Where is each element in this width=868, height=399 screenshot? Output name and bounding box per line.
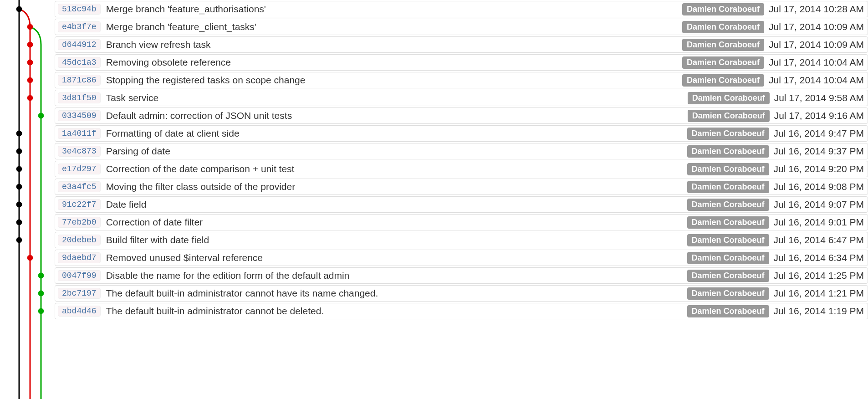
commit-sha[interactable]: 45dc1a3 (58, 57, 101, 68)
commit-date: Jul 16, 2014 9:07 PM (774, 199, 864, 210)
commit-row[interactable]: 9daebd7Removed unused $interval referenc… (55, 250, 868, 266)
commit-author-badge: Damien Coraboeuf (687, 199, 769, 211)
commit-row[interactable]: 0047f99Disable the name for the edition … (55, 267, 868, 284)
commit-row[interactable]: 45dc1a3Removing obsolete referenceDamien… (55, 54, 868, 71)
svg-point-1 (16, 6, 22, 12)
commit-message: Removing obsolete reference (106, 57, 682, 68)
commit-row[interactable]: 3e4c873Parsing of dateDamien CoraboeufJu… (55, 143, 868, 159)
commit-row[interactable]: 518c94bMerge branch 'feature_authorisati… (55, 1, 868, 17)
commit-row[interactable]: 91c22f7Date fieldDamien CoraboeufJul 16,… (55, 196, 868, 213)
commit-author-badge: Damien Coraboeuf (687, 181, 769, 193)
commit-message: Removed unused $interval reference (106, 252, 687, 263)
svg-point-18 (38, 308, 44, 314)
commit-message: Date field (106, 199, 687, 210)
commit-message: Correction of the date comparison + unit… (106, 164, 687, 174)
commit-author-badge: Damien Coraboeuf (682, 21, 764, 33)
commit-message: Formatting of date at client side (106, 128, 687, 139)
commit-author-badge: Damien Coraboeuf (687, 234, 769, 246)
commit-sha[interactable]: d644912 (58, 39, 101, 50)
svg-point-8 (16, 131, 22, 136)
commit-author-badge: Damien Coraboeuf (682, 39, 764, 51)
commit-row[interactable]: d644912Branch view refresh taskDamien Co… (55, 36, 868, 53)
commit-date: Jul 16, 2014 1:21 PM (774, 288, 864, 299)
commit-message: Disable the name for the edition form of… (106, 270, 687, 281)
commit-sha[interactable]: 3d81f50 (58, 92, 101, 103)
svg-point-5 (27, 77, 33, 83)
commit-row[interactable]: abd4d46The default built-in administrato… (55, 303, 868, 319)
commit-message: Default admin: correction of JSON unit t… (106, 110, 688, 121)
commit-message: Stopping the registered tasks on scope c… (106, 75, 682, 86)
commit-message: Build filter with date field (106, 235, 687, 246)
commit-sha[interactable]: e3a4fc5 (58, 181, 101, 192)
commit-date: Jul 16, 2014 9:20 PM (774, 164, 864, 174)
commit-author-badge: Damien Coraboeuf (688, 110, 770, 122)
commit-row[interactable]: e3a4fc5Moving the filter class outside o… (55, 179, 868, 195)
commit-list: 518c94bMerge branch 'feature_authorisati… (55, 0, 868, 399)
commit-row[interactable]: e17d297Correction of the date comparison… (55, 161, 868, 177)
svg-point-3 (27, 42, 33, 47)
commit-sha[interactable]: 91c22f7 (58, 199, 101, 210)
commit-author-badge: Damien Coraboeuf (682, 56, 764, 69)
commit-date: Jul 16, 2014 9:37 PM (774, 146, 864, 157)
svg-point-9 (16, 148, 22, 154)
commit-message: Branch view refresh task (106, 39, 682, 50)
commit-author-badge: Damien Coraboeuf (687, 252, 769, 264)
svg-point-2 (27, 24, 33, 30)
commit-author-badge: Damien Coraboeuf (687, 305, 769, 317)
commit-sha[interactable]: 1a4011f (58, 128, 101, 139)
svg-point-15 (27, 255, 33, 261)
commit-graph (0, 0, 55, 399)
commit-message: Moving the filter class outside of the p… (106, 181, 687, 192)
commit-message: The default built-in administrator canno… (106, 306, 687, 317)
svg-point-16 (38, 273, 44, 278)
commit-date: Jul 16, 2014 9:08 PM (774, 181, 864, 192)
commit-row[interactable]: 77eb2b0Correction of date filterDamien C… (55, 214, 868, 230)
commit-row[interactable]: 0334509Default admin: correction of JSON… (55, 107, 868, 124)
commit-date: Jul 17, 2014 10:04 AM (769, 75, 864, 86)
commit-row[interactable]: 1a4011fFormatting of date at client side… (55, 125, 868, 142)
commit-sha[interactable]: abd4d46 (58, 306, 101, 317)
commit-row[interactable]: 2bc7197The default built-in administrato… (55, 285, 868, 302)
svg-point-17 (38, 291, 44, 296)
commit-row[interactable]: 1871c86Stopping the registered tasks on … (55, 72, 868, 88)
commit-author-badge: Damien Coraboeuf (687, 216, 769, 229)
commit-sha[interactable]: 77eb2b0 (58, 217, 101, 228)
commit-sha[interactable]: e17d297 (58, 164, 101, 174)
commit-author-badge: Damien Coraboeuf (687, 163, 769, 175)
commit-message: Task service (106, 92, 688, 103)
commit-message: Merge branch 'feature_client_tasks' (106, 21, 682, 32)
svg-point-4 (27, 60, 33, 65)
commit-date: Jul 16, 2014 6:34 PM (774, 252, 864, 263)
commit-date: Jul 17, 2014 9:58 AM (774, 92, 864, 103)
commit-sha[interactable]: 0334509 (58, 110, 101, 121)
commit-sha[interactable]: 518c94b (58, 4, 101, 15)
commit-message: The default built-in administrator canno… (106, 288, 687, 299)
commit-row[interactable]: 3d81f50Task serviceDamien CoraboeufJul 1… (55, 90, 868, 106)
commit-author-badge: Damien Coraboeuf (687, 145, 769, 158)
commit-date: Jul 16, 2014 6:47 PM (774, 235, 864, 246)
commit-row[interactable]: e4b3f7eMerge branch 'feature_client_task… (55, 19, 868, 35)
commit-message: Parsing of date (106, 146, 687, 157)
commit-sha[interactable]: 9daebd7 (58, 252, 101, 263)
commit-author-badge: Damien Coraboeuf (682, 3, 764, 15)
svg-point-6 (27, 95, 33, 101)
commit-row[interactable]: 20debebBuild filter with date fieldDamie… (55, 232, 868, 248)
commit-sha[interactable]: 3e4c873 (58, 146, 101, 157)
commit-sha[interactable]: 2bc7197 (58, 288, 101, 299)
commit-author-badge: Damien Coraboeuf (688, 92, 770, 104)
commit-author-badge: Damien Coraboeuf (682, 74, 764, 87)
commit-date: Jul 16, 2014 1:19 PM (774, 306, 864, 317)
commit-date: Jul 17, 2014 10:09 AM (769, 39, 864, 50)
commit-sha[interactable]: 20debeb (58, 235, 101, 246)
commit-author-badge: Damien Coraboeuf (687, 128, 769, 140)
commit-sha[interactable]: 0047f99 (58, 270, 101, 281)
commit-author-badge: Damien Coraboeuf (687, 287, 769, 300)
svg-point-13 (16, 220, 22, 225)
svg-point-11 (16, 184, 22, 189)
commit-date: Jul 17, 2014 10:04 AM (769, 57, 864, 68)
commit-sha[interactable]: 1871c86 (58, 75, 101, 86)
commit-date: Jul 16, 2014 1:25 PM (774, 270, 864, 281)
svg-point-10 (16, 166, 22, 172)
commit-sha[interactable]: e4b3f7e (58, 21, 101, 32)
commit-date: Jul 17, 2014 10:09 AM (769, 21, 864, 32)
